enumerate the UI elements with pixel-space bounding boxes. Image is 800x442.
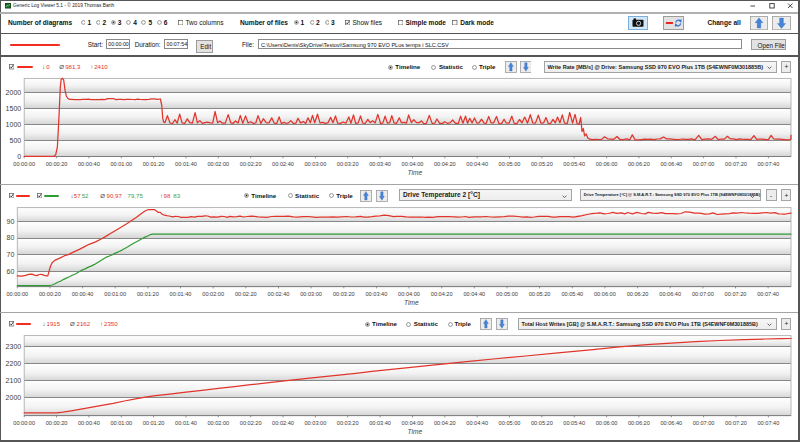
svg-text:00:06:40: 00:06:40 bbox=[660, 161, 682, 167]
svg-text:0: 0 bbox=[17, 153, 21, 160]
svg-text:00:05:00: 00:05:00 bbox=[499, 161, 521, 167]
svg-text:2000: 2000 bbox=[6, 394, 22, 401]
svg-text:00:03:00: 00:03:00 bbox=[305, 420, 327, 426]
svg-text:00:07:20: 00:07:20 bbox=[725, 291, 747, 297]
svg-text:00:06:00: 00:06:00 bbox=[594, 291, 616, 297]
svg-text:00:06:20: 00:06:20 bbox=[628, 420, 650, 426]
svg-text:00:05:20: 00:05:20 bbox=[529, 291, 551, 297]
svg-text:00:01:20: 00:01:20 bbox=[143, 420, 165, 426]
svg-text:00:02:00: 00:02:00 bbox=[207, 161, 229, 167]
svg-text:00:02:40: 00:02:40 bbox=[272, 161, 294, 167]
svg-text:00:03:00: 00:03:00 bbox=[300, 291, 322, 297]
svg-text:00:00:20: 00:00:20 bbox=[46, 420, 68, 426]
svg-text:00:04:40: 00:04:40 bbox=[463, 291, 485, 297]
svg-text:00:01:40: 00:01:40 bbox=[175, 420, 197, 426]
svg-text:00:06:00: 00:06:00 bbox=[596, 161, 618, 167]
svg-text:00:03:20: 00:03:20 bbox=[333, 291, 355, 297]
svg-text:00:07:00: 00:07:00 bbox=[693, 161, 715, 167]
svg-text:2000: 2000 bbox=[6, 89, 22, 96]
svg-text:00:01:00: 00:01:00 bbox=[110, 420, 132, 426]
svg-text:00:04:20: 00:04:20 bbox=[434, 161, 456, 167]
svg-text:00:06:40: 00:06:40 bbox=[659, 291, 681, 297]
svg-text:00:00:40: 00:00:40 bbox=[78, 420, 100, 426]
svg-text:00:02:00: 00:02:00 bbox=[202, 291, 224, 297]
svg-text:00:02:40: 00:02:40 bbox=[268, 291, 290, 297]
svg-text:00:07:40: 00:07:40 bbox=[757, 291, 779, 297]
svg-text:Time: Time bbox=[408, 169, 423, 176]
svg-text:00:03:40: 00:03:40 bbox=[369, 161, 391, 167]
svg-text:00:07:20: 00:07:20 bbox=[725, 161, 747, 167]
svg-text:00:04:00: 00:04:00 bbox=[402, 420, 424, 426]
svg-text:00:07:20: 00:07:20 bbox=[725, 420, 747, 426]
svg-text:00:03:00: 00:03:00 bbox=[305, 161, 327, 167]
svg-text:Time: Time bbox=[404, 299, 419, 306]
svg-text:00:06:20: 00:06:20 bbox=[628, 161, 650, 167]
svg-text:00:01:00: 00:01:00 bbox=[110, 161, 132, 167]
svg-text:90: 90 bbox=[7, 218, 15, 225]
svg-text:1000: 1000 bbox=[6, 121, 22, 128]
svg-text:00:03:40: 00:03:40 bbox=[366, 291, 388, 297]
svg-text:00:06:20: 00:06:20 bbox=[627, 291, 649, 297]
svg-text:00:02:20: 00:02:20 bbox=[240, 420, 262, 426]
svg-text:00:05:20: 00:05:20 bbox=[531, 420, 553, 426]
svg-text:500: 500 bbox=[10, 137, 22, 144]
svg-text:00:05:00: 00:05:00 bbox=[496, 291, 518, 297]
svg-text:00:00:00: 00:00:00 bbox=[13, 420, 35, 426]
svg-text:2300: 2300 bbox=[6, 343, 22, 350]
svg-text:00:04:00: 00:04:00 bbox=[398, 291, 420, 297]
svg-text:00:05:20: 00:05:20 bbox=[531, 161, 553, 167]
svg-text:00:04:20: 00:04:20 bbox=[434, 420, 456, 426]
svg-text:00:02:20: 00:02:20 bbox=[235, 291, 257, 297]
svg-text:Time: Time bbox=[408, 428, 423, 435]
svg-text:00:03:20: 00:03:20 bbox=[337, 161, 359, 167]
svg-text:1500: 1500 bbox=[6, 105, 22, 112]
svg-text:00:02:20: 00:02:20 bbox=[240, 161, 262, 167]
svg-text:00:02:00: 00:02:00 bbox=[207, 420, 229, 426]
svg-text:00:06:40: 00:06:40 bbox=[660, 420, 682, 426]
svg-text:00:01:40: 00:01:40 bbox=[175, 161, 197, 167]
svg-text:00:04:40: 00:04:40 bbox=[466, 420, 488, 426]
svg-text:00:03:20: 00:03:20 bbox=[337, 420, 359, 426]
svg-text:00:07:40: 00:07:40 bbox=[758, 420, 780, 426]
svg-text:00:05:40: 00:05:40 bbox=[563, 161, 585, 167]
svg-text:00:07:40: 00:07:40 bbox=[758, 161, 780, 167]
svg-text:00:06:00: 00:06:00 bbox=[596, 420, 618, 426]
svg-text:00:01:20: 00:01:20 bbox=[137, 291, 159, 297]
svg-text:00:01:40: 00:01:40 bbox=[170, 291, 192, 297]
svg-text:00:00:40: 00:00:40 bbox=[78, 161, 100, 167]
svg-text:00:04:00: 00:04:00 bbox=[402, 161, 424, 167]
svg-text:00:04:20: 00:04:20 bbox=[431, 291, 453, 297]
svg-text:80: 80 bbox=[7, 234, 15, 241]
svg-text:2100: 2100 bbox=[6, 377, 22, 384]
svg-text:00:00:00: 00:00:00 bbox=[6, 291, 28, 297]
svg-text:00:04:40: 00:04:40 bbox=[466, 161, 488, 167]
svg-text:60: 60 bbox=[7, 268, 15, 275]
svg-text:70: 70 bbox=[7, 251, 15, 258]
svg-text:00:00:20: 00:00:20 bbox=[39, 291, 61, 297]
svg-text:00:05:40: 00:05:40 bbox=[563, 420, 585, 426]
svg-text:00:00:40: 00:00:40 bbox=[72, 291, 94, 297]
svg-text:2200: 2200 bbox=[6, 360, 22, 367]
svg-text:00:01:20: 00:01:20 bbox=[143, 161, 165, 167]
svg-text:00:02:40: 00:02:40 bbox=[272, 420, 294, 426]
svg-text:00:07:00: 00:07:00 bbox=[693, 420, 715, 426]
svg-text:00:00:00: 00:00:00 bbox=[13, 161, 35, 167]
svg-text:00:07:00: 00:07:00 bbox=[692, 291, 714, 297]
svg-text:00:05:00: 00:05:00 bbox=[499, 420, 521, 426]
svg-text:00:00:20: 00:00:20 bbox=[46, 161, 68, 167]
svg-text:00:03:40: 00:03:40 bbox=[369, 420, 391, 426]
svg-text:00:01:00: 00:01:00 bbox=[104, 291, 126, 297]
svg-text:00:05:40: 00:05:40 bbox=[561, 291, 583, 297]
